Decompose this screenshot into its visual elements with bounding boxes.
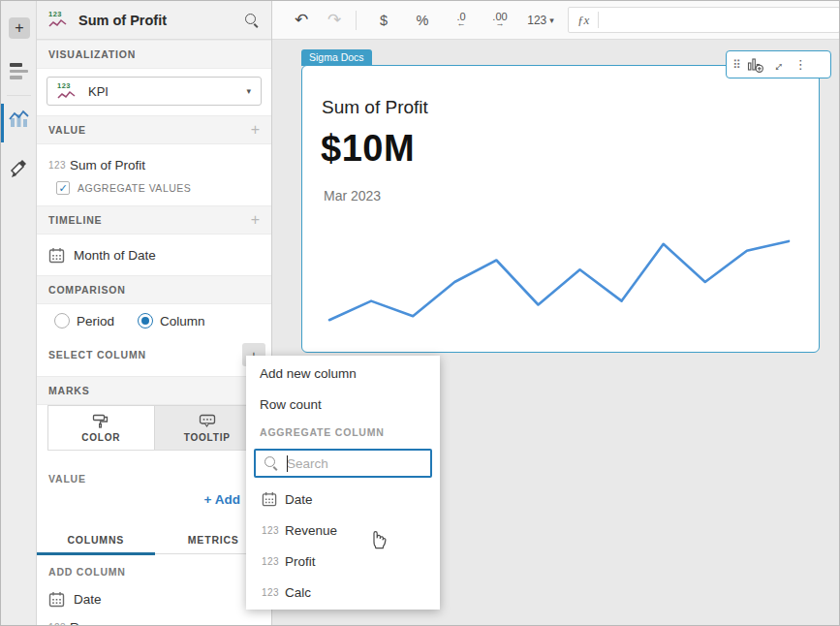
menu-item-calc[interactable]: 123 Calc	[246, 577, 440, 608]
column-label: Revenue	[70, 620, 122, 626]
menu-item-label: Profit	[285, 554, 316, 569]
panel-title: Sum of Profit	[78, 13, 244, 28]
rail-divider	[7, 95, 31, 96]
maximize-icon[interactable]: ↔	[766, 54, 787, 75]
app-root: + 123 Sum of Profit	[0, 0, 840, 626]
section-label: MARKS	[48, 385, 260, 396]
menu-item-label: Date	[285, 492, 313, 507]
marks-tabs: COLOR TOOLTIP	[47, 405, 261, 451]
menu-item-date[interactable]: Date	[246, 484, 440, 515]
format-brush-icon[interactable]	[9, 158, 28, 183]
undo-button[interactable]: ↶	[288, 7, 315, 34]
decrease-decimal-button[interactable]: .0←	[448, 7, 475, 34]
aggregate-values-row: AGGREGATE VALUES	[37, 177, 271, 199]
section-marks: MARKS	[37, 376, 271, 405]
section-label: VISUALIZATION	[48, 48, 260, 60]
section-label: VALUE	[48, 124, 251, 136]
timeline-field-row[interactable]: Month of Date	[37, 241, 271, 268]
column-list-item[interactable]: 123 Revenue	[37, 614, 272, 626]
formula-bar: ƒx	[568, 7, 840, 33]
calendar-icon	[48, 247, 65, 264]
field-label: Sum of Profit	[70, 158, 145, 172]
add-element-button[interactable]: +	[9, 17, 30, 39]
outline-icon[interactable]	[10, 63, 28, 79]
element-toolbar: ⠿ ↔ ⋮	[726, 50, 831, 78]
number-format-dropdown[interactable]: 123▾	[527, 7, 554, 34]
currency-format-button[interactable]: $	[370, 7, 397, 34]
chevron-down-icon: ▾	[246, 86, 251, 96]
column-label: Date	[74, 592, 102, 607]
value-field-row[interactable]: 123 Sum of Profit	[37, 152, 271, 177]
format-toolbar: ↶ ↷ $ % .0← .00→ 123▾ ƒx	[272, 1, 840, 40]
formula-input[interactable]	[599, 8, 839, 32]
add-column-label: ADD COLUMN	[48, 566, 126, 578]
kpi-card[interactable]: Sum of Profit $10M Mar 2023	[301, 65, 820, 353]
text-cursor	[287, 455, 288, 472]
explore-chart-icon[interactable]	[747, 56, 763, 73]
radio-label[interactable]: Period	[77, 314, 114, 329]
tab-color[interactable]: COLOR	[47, 405, 155, 450]
left-rail: +	[1, 1, 37, 626]
redo-button[interactable]: ↷	[321, 7, 348, 34]
search-icon[interactable]	[244, 13, 260, 28]
element-panel: 123 Sum of Profit VISUALIZATION 123 KPI …	[37, 1, 272, 626]
select-column-row: SELECT COLUMN +	[37, 340, 271, 369]
workbook-badge: Sigma Docs	[301, 49, 372, 66]
tab-label: TOOLTIP	[184, 432, 231, 443]
search-icon	[264, 455, 279, 471]
section-timeline: TIMELINE +	[37, 205, 271, 235]
section-label: TIMELINE	[48, 214, 251, 226]
menu-item-revenue[interactable]: 123 Revenue	[246, 515, 440, 546]
kpi-title: Sum of Profit	[322, 97, 428, 118]
add-value-link[interactable]: + Add	[204, 492, 240, 507]
add-timeline-button[interactable]: +	[251, 212, 260, 228]
radio-period[interactable]	[54, 313, 70, 329]
toolbar-divider	[356, 11, 357, 30]
aggregate-column-label: AGGREGATE COLUMN	[246, 420, 440, 445]
kpi-caption: Mar 2023	[324, 188, 381, 203]
panel-header: 123 Sum of Profit	[37, 1, 271, 40]
percent-format-button[interactable]: %	[409, 7, 436, 34]
menu-item-row-count[interactable]: Row count	[246, 389, 440, 420]
calendar-icon	[262, 491, 277, 507]
checkbox-label: AGGREGATE VALUES	[78, 182, 191, 194]
radio-column[interactable]	[138, 313, 153, 329]
section-label: COMPARISON	[48, 284, 260, 296]
tab-columns[interactable]: COLUMNS	[37, 526, 155, 553]
tooltip-bubble-icon	[199, 414, 216, 428]
kpi-element-icon: 123	[48, 11, 70, 29]
aggregate-values-checkbox[interactable]	[56, 181, 70, 195]
more-menu-icon[interactable]: ⋮	[794, 57, 807, 72]
number-type-icon: 123	[48, 622, 70, 626]
calendar-icon	[48, 591, 65, 608]
visualization-type-select[interactable]: 123 KPI ▾	[47, 77, 262, 106]
dropdown-search-box	[254, 449, 432, 478]
radio-label[interactable]: Column	[160, 314, 205, 329]
paint-roller-icon	[92, 414, 109, 428]
section-label: SELECT COLUMN	[48, 349, 242, 360]
kpi-sparkline	[322, 229, 796, 337]
fx-icon: ƒx	[569, 13, 598, 28]
add-value-button[interactable]: +	[251, 122, 260, 138]
chart-tool-icon[interactable]	[9, 110, 29, 133]
search-input[interactable]	[287, 456, 413, 471]
tab-tooltip[interactable]: TOOLTIP	[155, 405, 262, 450]
field-label: Month of Date	[74, 248, 156, 263]
drag-handle-icon[interactable]: ⠿	[732, 58, 740, 72]
menu-item-label: Revenue	[285, 523, 337, 538]
number-type-icon: 123	[262, 587, 285, 598]
menu-item-profit[interactable]: 123 Profit	[246, 546, 440, 577]
menu-item-label: Calc	[285, 585, 311, 600]
section-comparison: COMPARISON	[37, 275, 271, 304]
comparison-options: Period Column	[37, 304, 271, 337]
marks-value-label: VALUE	[48, 473, 271, 485]
column-list-item[interactable]: Date	[37, 586, 272, 611]
section-value: VALUE +	[37, 115, 271, 144]
menu-item-add-new-column[interactable]: Add new column	[246, 358, 440, 389]
number-type-icon: 123	[262, 525, 285, 536]
section-visualization: VISUALIZATION	[37, 40, 271, 69]
increase-decimal-button[interactable]: .00→	[486, 7, 513, 34]
kpi-type-icon: 123	[57, 82, 78, 101]
number-type-icon: 123	[262, 556, 285, 567]
kpi-value: $10M	[321, 128, 415, 170]
